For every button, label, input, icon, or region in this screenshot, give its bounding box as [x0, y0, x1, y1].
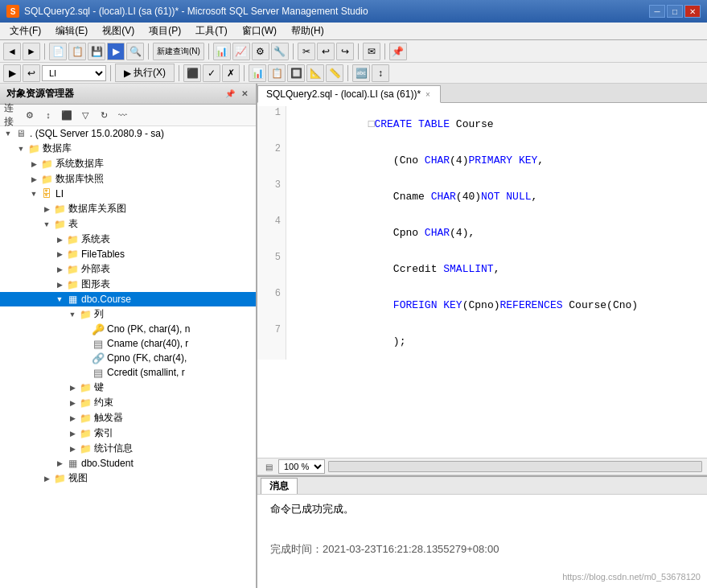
oe-stop-button[interactable]: ⬛ — [59, 107, 75, 123]
tree-item-system-tables[interactable]: ▶ 📁 系统表 — [0, 232, 256, 247]
expand-db-diagram[interactable]: ▶ — [40, 203, 53, 216]
tree-item-col-cno[interactable]: ▶ 🔑 Cno (PK, char(4), n — [0, 322, 256, 336]
toolbar-btn-6[interactable]: 📊 — [213, 43, 231, 60]
query-tab-close[interactable]: × — [424, 90, 432, 99]
toolbar-btn-2[interactable]: 📋 — [68, 43, 86, 60]
toolbar-btn-7[interactable]: 📈 — [232, 43, 250, 60]
expand-constraints[interactable]: ▶ — [66, 397, 79, 409]
zoom-selector[interactable]: 100 % — [278, 459, 325, 474]
tree-item-stats[interactable]: ▶ 📁 统计信息 — [0, 441, 256, 456]
toolbar-btn-5[interactable]: 🔍 — [126, 43, 144, 60]
sql-editor[interactable]: 1 □CREATE TABLE Course 2 (Cno CHAR(4)PRI… — [257, 103, 707, 458]
expand-keys[interactable]: ▶ — [66, 381, 79, 394]
execute-button[interactable]: ▶ 执行(X) — [115, 64, 175, 82]
oe-close-button[interactable]: ✕ — [240, 88, 249, 99]
minimize-button[interactable]: ─ — [649, 5, 665, 18]
toolbar-btn-10[interactable]: ✂ — [298, 43, 315, 60]
toolbar-forward[interactable]: ► — [23, 43, 40, 60]
sql-toolbar-btn-2[interactable]: ↩ — [23, 64, 40, 82]
toolbar-btn-8[interactable]: ⚙ — [252, 43, 269, 60]
line-content-2[interactable]: (Cno CHAR(4)PRIMARY KEY, — [286, 142, 707, 179]
close-button[interactable]: ✕ — [684, 5, 701, 18]
tree-item-dbo-student[interactable]: ▶ ▦ dbo.Student — [0, 456, 256, 471]
toolbar-btn-pin[interactable]: 📌 — [389, 43, 407, 60]
tree-item-server[interactable]: ▼ 🖥 . (SQL Server 15.0.2080.9 - sa) — [0, 126, 256, 141]
expand-db-snapshot[interactable]: ▶ — [27, 173, 40, 186]
expand-dbo-student[interactable]: ▶ — [53, 457, 66, 470]
expand-dbo-course[interactable]: ▼ — [53, 293, 66, 306]
expand-system-tables[interactable]: ▶ — [53, 233, 66, 246]
sql-toolbar-btn-5[interactable]: ✗ — [222, 64, 240, 82]
oe-filter-button[interactable]: ⚙ — [22, 107, 38, 123]
sql-toolbar-btn-7[interactable]: 📋 — [268, 64, 286, 82]
line-content-3[interactable]: Cname CHAR(40)NOT NULL, — [286, 179, 707, 215]
menu-project[interactable]: 项目(P) — [142, 23, 187, 39]
line-content-7[interactable]: ); — [286, 323, 707, 360]
toolbar-btn-9[interactable]: 🔧 — [271, 43, 289, 60]
expand-li-db[interactable]: ▼ — [27, 187, 40, 200]
expand-system-db[interactable]: ▶ — [27, 158, 40, 171]
oe-refresh-button[interactable]: ↻ — [96, 107, 112, 123]
expand-file-tables[interactable]: ▶ — [53, 248, 66, 261]
toolbar-btn-12[interactable]: ↪ — [336, 43, 354, 60]
toolbar-back[interactable]: ◄ — [3, 43, 21, 60]
tree-item-dbo-course[interactable]: ▼ ▦ dbo.Course — [0, 292, 256, 306]
tree-item-col-cpno[interactable]: ▶ 🔗 Cpno (FK, char(4), — [0, 351, 256, 365]
window-controls[interactable]: ─ □ ✕ — [649, 5, 701, 18]
toolbar-btn-13[interactable]: ✉ — [363, 43, 380, 60]
sql-toolbar-btn-12[interactable]: ↕ — [372, 64, 389, 82]
oe-graph-button[interactable]: 〰 — [114, 107, 130, 123]
tree-item-file-tables[interactable]: ▶ 📁 FileTables — [0, 247, 256, 261]
toolbar-btn-3[interactable]: 💾 — [88, 43, 105, 60]
tree-item-col-ccredit[interactable]: ▶ ▤ Ccredit (smallint, r — [0, 365, 256, 380]
query-tab[interactable]: SQLQuery2.sql - (local).LI (sa (61))* × — [257, 85, 441, 103]
menu-window[interactable]: 窗口(W) — [236, 23, 283, 39]
menu-file[interactable]: 文件(F) — [3, 23, 47, 39]
tree-item-tables[interactable]: ▼ 📁 表 — [0, 216, 256, 232]
sql-toolbar-btn-6[interactable]: 📊 — [249, 64, 266, 82]
tree-item-views[interactable]: ▶ 📁 视图 — [0, 471, 256, 486]
sql-toolbar-btn-9[interactable]: 📐 — [306, 64, 324, 82]
tree-item-li-db[interactable]: ▼ 🗄 LI — [0, 187, 256, 201]
line-content-5[interactable]: Ccredit SMALLINT, — [286, 251, 707, 287]
sql-toolbar-btn-8[interactable]: 🔲 — [287, 64, 305, 82]
expand-server[interactable]: ▼ — [2, 127, 14, 140]
tree-item-col-cname[interactable]: ▶ ▤ Cname (char(40), r — [0, 336, 256, 351]
toolbar-new-query[interactable]: 新建查询(N) — [153, 43, 204, 60]
oe-sort-button[interactable]: ↕ — [40, 107, 56, 123]
oe-connect-button[interactable]: 连接 — [3, 107, 19, 123]
messages-tab[interactable]: 消息 — [261, 478, 298, 494]
tree-item-triggers[interactable]: ▶ 📁 触发器 — [0, 410, 256, 426]
toolbar-btn-4[interactable]: ▶ — [107, 43, 125, 60]
line-content-1[interactable]: □CREATE TABLE Course — [286, 106, 707, 142]
line-content-6[interactable]: FOREIGN KEY(Cpno)REFERENCES Course(Cno) — [286, 287, 707, 323]
tree-item-external-tables[interactable]: ▶ 📁 外部表 — [0, 261, 256, 277]
menu-view[interactable]: 视图(V) — [96, 23, 141, 39]
horizontal-scrollbar[interactable] — [328, 461, 702, 472]
oe-funnel-button[interactable]: ▽ — [77, 107, 93, 123]
menu-tools[interactable]: 工具(T) — [189, 23, 233, 39]
tree-item-db-snapshot[interactable]: ▶ 📁 数据库快照 — [0, 171, 256, 187]
tree-item-system-db[interactable]: ▶ 📁 系统数据库 — [0, 156, 256, 171]
tree-item-databases[interactable]: ▼ 📁 数据库 — [0, 141, 256, 156]
toolbar-btn-1[interactable]: 📄 — [49, 43, 67, 60]
sql-toolbar-btn-3[interactable]: ⬛ — [183, 64, 201, 82]
tree-item-indexes[interactable]: ▶ 📁 索引 — [0, 426, 256, 441]
toolbar-btn-11[interactable]: ↩ — [317, 43, 335, 60]
expand-indexes[interactable]: ▶ — [66, 427, 79, 440]
line-content-4[interactable]: Cpno CHAR(4), — [286, 215, 707, 251]
expand-tables[interactable]: ▼ — [40, 218, 53, 231]
expand-views[interactable]: ▶ — [40, 472, 53, 485]
expand-columns[interactable]: ▼ — [66, 308, 79, 321]
sql-toolbar-btn-1[interactable]: ▶ — [3, 64, 21, 82]
sql-toolbar-btn-11[interactable]: 🔤 — [352, 64, 370, 82]
expand-external-tables[interactable]: ▶ — [53, 263, 66, 276]
oe-pin-button[interactable]: 📌 — [224, 88, 236, 99]
expand-triggers[interactable]: ▶ — [66, 412, 79, 425]
expand-stats[interactable]: ▶ — [66, 442, 79, 455]
expand-databases[interactable]: ▼ — [14, 142, 27, 155]
tree-item-columns[interactable]: ▼ 📁 列 — [0, 306, 256, 322]
maximize-button[interactable]: □ — [667, 5, 683, 18]
sql-toolbar-btn-4[interactable]: ✓ — [203, 64, 220, 82]
tree-item-graph-tables[interactable]: ▶ 📁 图形表 — [0, 277, 256, 292]
